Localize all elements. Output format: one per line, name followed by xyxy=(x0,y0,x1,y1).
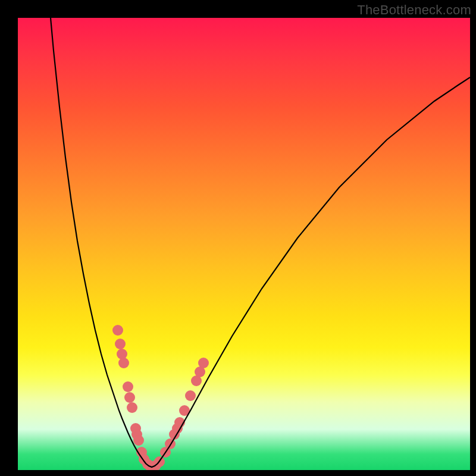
data-marker xyxy=(115,339,126,349)
data-marker xyxy=(118,358,129,368)
data-marker xyxy=(198,358,209,368)
data-marker xyxy=(124,392,135,403)
data-marker xyxy=(185,390,196,401)
chart-frame: TheBottleneck.com xyxy=(0,0,476,476)
data-marker xyxy=(133,435,144,446)
watermark-text: TheBottleneck.com xyxy=(357,2,471,18)
bottleneck-curve xyxy=(51,18,470,467)
marker-group xyxy=(112,325,209,470)
plot-area xyxy=(18,18,470,470)
chart-svg xyxy=(18,18,470,470)
data-marker xyxy=(123,381,133,392)
data-marker xyxy=(112,325,123,336)
data-marker xyxy=(127,402,137,413)
data-marker xyxy=(117,349,127,359)
